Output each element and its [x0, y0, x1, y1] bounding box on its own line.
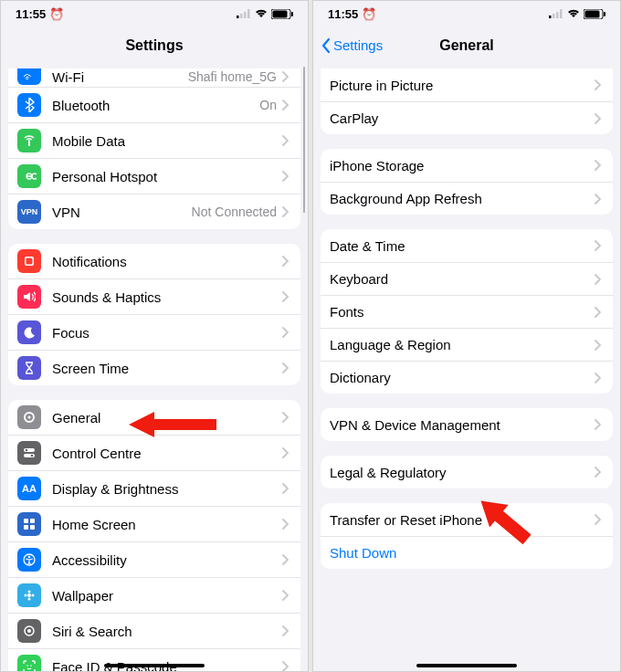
chevron-right-icon — [282, 100, 291, 110]
row-lang-region[interactable]: Language & Region — [321, 328, 613, 361]
row-label: Mobile Data — [52, 133, 282, 149]
status-time: 11:55 ⏰ — [328, 7, 376, 21]
chevron-right-icon — [282, 483, 291, 494]
row-legal[interactable]: Legal & Regulatory — [321, 456, 613, 488]
svg-rect-0 — [237, 16, 239, 18]
row-screen-time[interactable]: Screen Time — [8, 350, 300, 385]
row-detail: Not Connected — [192, 205, 277, 219]
svg-point-21 — [28, 556, 31, 559]
chevron-right-icon — [282, 206, 291, 217]
row-personal-hotspot[interactable]: Personal Hotspot — [8, 158, 300, 194]
battery-icon — [584, 9, 605, 19]
chevron-right-icon — [282, 362, 291, 373]
chevron-right-icon — [595, 419, 604, 430]
settings-list[interactable]: ᯤ Wi-Fi Shafi home_5G Bluetooth On Mobil… — [1, 65, 308, 671]
grid-icon — [17, 512, 41, 536]
row-siri[interactable]: Siri & Search — [8, 613, 300, 648]
row-label: Legal & Regulatory — [330, 465, 595, 480]
row-faceid[interactable]: Face ID & Passcode — [8, 648, 300, 671]
chevron-right-icon — [282, 554, 291, 565]
row-keyboard[interactable]: Keyboard — [321, 262, 613, 295]
svg-point-11 — [28, 416, 31, 419]
svg-rect-16 — [24, 519, 28, 523]
row-label: Home Screen — [52, 517, 282, 532]
row-general[interactable]: General — [8, 400, 300, 435]
group-lang: Date & Time Keyboard Fonts Language & Re… — [321, 229, 613, 394]
home-indicator[interactable] — [104, 664, 205, 667]
right-phone: 11:55 ⏰ Settings General Picture in Pict… — [312, 0, 621, 672]
chevron-right-icon — [282, 519, 291, 530]
row-shut-down[interactable]: Shut Down — [321, 536, 613, 569]
alarm-icon: ⏰ — [49, 7, 64, 21]
svg-point-30 — [30, 665, 32, 667]
faceid-icon — [17, 655, 41, 671]
row-storage[interactable]: iPhone Storage — [321, 149, 613, 182]
battery-icon — [271, 9, 293, 19]
chevron-right-icon — [595, 160, 604, 171]
cellular-icon — [237, 9, 251, 18]
row-fonts[interactable]: Fonts — [321, 295, 613, 328]
row-label: VPN & Device Management — [330, 417, 595, 433]
home-indicator[interactable] — [416, 664, 517, 667]
row-dictionary[interactable]: Dictionary — [321, 361, 613, 394]
chevron-right-icon — [595, 340, 604, 351]
speaker-icon — [17, 285, 41, 309]
row-wallpaper[interactable]: Wallpaper — [8, 577, 300, 613]
row-carplay[interactable]: CarPlay — [321, 101, 613, 134]
chevron-right-icon — [282, 412, 291, 423]
person-icon — [17, 548, 41, 572]
svg-rect-6 — [291, 12, 293, 16]
row-home-screen[interactable]: Home Screen — [8, 506, 300, 541]
chevron-right-icon — [282, 171, 291, 182]
group-reset: Transfer or Reset iPhone Shut Down — [321, 503, 613, 569]
chevron-right-icon — [282, 71, 291, 82]
svg-rect-7 — [28, 140, 30, 146]
switches-icon — [17, 441, 41, 465]
row-label: Sounds & Haptics — [52, 289, 282, 305]
chevron-right-icon — [282, 661, 291, 671]
svg-rect-35 — [560, 9, 563, 18]
svg-rect-33 — [553, 14, 555, 18]
row-label: Language & Region — [330, 337, 595, 352]
row-notifications[interactable]: Notifications — [8, 244, 300, 278]
svg-rect-18 — [24, 525, 28, 530]
row-vpn-mgmt[interactable]: VPN & Device Management — [321, 408, 613, 441]
chevron-right-icon — [282, 135, 291, 146]
bluetooth-icon — [17, 93, 41, 117]
back-button[interactable]: Settings — [321, 26, 383, 64]
group-connectivity: ᯤ Wi-Fi Shafi home_5G Bluetooth On Mobil… — [8, 68, 300, 229]
group-vpn: VPN & Device Management — [321, 408, 613, 441]
row-focus[interactable]: Focus — [8, 314, 300, 350]
row-mobile-data[interactable]: Mobile Data — [8, 122, 300, 158]
svg-point-26 — [32, 594, 35, 597]
row-label: Siri & Search — [52, 624, 282, 639]
row-label: Wallpaper — [52, 588, 282, 604]
page-title: General — [439, 37, 494, 54]
general-list[interactable]: Picture in Picture CarPlay iPhone Storag… — [313, 65, 620, 671]
row-transfer-reset[interactable]: Transfer or Reset iPhone — [321, 503, 613, 536]
row-label: Keyboard — [330, 271, 595, 287]
page-title: Settings — [125, 37, 183, 54]
row-wifi[interactable]: ᯤ Wi-Fi Shafi home_5G — [8, 68, 300, 87]
svg-point-14 — [26, 449, 28, 452]
row-bg-refresh[interactable]: Background App Refresh — [321, 182, 613, 215]
chevron-right-icon — [282, 256, 291, 267]
gear-icon — [17, 405, 41, 429]
row-bluetooth[interactable]: Bluetooth On — [8, 87, 300, 122]
wifi-icon — [255, 9, 268, 18]
row-control-centre[interactable]: Control Centre — [8, 435, 300, 470]
chevron-right-icon — [282, 625, 291, 636]
row-display[interactable]: AA Display & Brightness — [8, 470, 300, 506]
row-label: VPN — [52, 205, 192, 220]
row-label: Control Centre — [52, 446, 282, 461]
svg-rect-37 — [585, 10, 600, 17]
row-sounds[interactable]: Sounds & Haptics — [8, 278, 300, 314]
row-vpn[interactable]: VPN VPN Not Connected — [8, 194, 300, 229]
svg-point-23 — [28, 591, 31, 593]
row-accessibility[interactable]: Accessibility — [8, 541, 300, 577]
row-date-time[interactable]: Date & Time — [321, 229, 613, 262]
row-pip[interactable]: Picture in Picture — [321, 68, 613, 101]
svg-point-25 — [25, 594, 27, 597]
row-label: Accessibility — [52, 552, 282, 568]
hourglass-icon — [17, 356, 41, 380]
